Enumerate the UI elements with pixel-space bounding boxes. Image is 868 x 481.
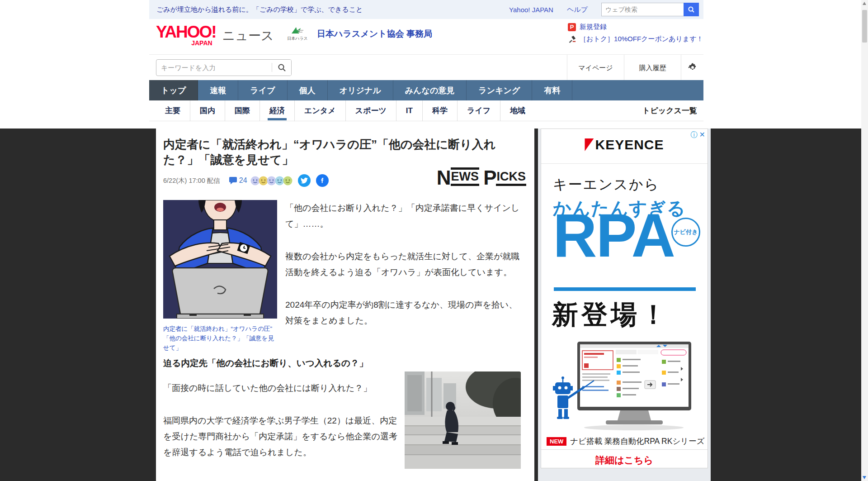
nav-tab-personal[interactable]: 個人 bbox=[288, 80, 328, 100]
figure-caption-link[interactable]: 内定者に「就活終われ」“オワハラの圧”「他の会社に断り入れた？」「誠意を見せて」 bbox=[163, 324, 277, 352]
ad-divider bbox=[541, 449, 708, 450]
ad-cta-link[interactable]: 詳細はこちら bbox=[541, 454, 708, 467]
photo-man-on-steps bbox=[405, 371, 521, 469]
paypay-icon: P bbox=[568, 23, 576, 31]
ad-monitor-graphic bbox=[552, 341, 697, 433]
article-title: 内定者に「就活終われ」“オワハラの圧”「他の会社に断り入れた？」「誠意を見せて」 bbox=[163, 137, 508, 167]
gavel-icon bbox=[568, 35, 576, 43]
nav-tab-live[interactable]: ライブ bbox=[238, 80, 287, 100]
comment-count-link[interactable]: 24 bbox=[228, 176, 247, 185]
reaction-faces[interactable] bbox=[252, 176, 292, 186]
gear-icon bbox=[688, 62, 698, 72]
article-body-lower: 迫る内定先「他の会社にお断り、いつ入れるの？」 「面接の時に話していた他の会社に… bbox=[163, 357, 527, 460]
product-name: ナビ搭載 業務自動化RPA RKシリーズ bbox=[570, 436, 704, 447]
web-search-input[interactable] bbox=[601, 3, 684, 16]
paragraph: 「面接の時に話していた他の会社には断り入れた？」 bbox=[163, 380, 406, 396]
ad-column: ⓘ ✕ KEYENCE キーエンスから かんたんすぎる RPA ナビ付き 新登場… bbox=[538, 129, 711, 481]
topbar: ごみが埋立地から溢れる前に。「ごみの学校」で学ぶ、できること Yahoo! JA… bbox=[149, 0, 703, 19]
nav-tab-paid[interactable]: 有料 bbox=[532, 80, 572, 100]
category-economy[interactable]: 経済 bbox=[259, 100, 294, 121]
twitter-share-button[interactable] bbox=[298, 174, 311, 187]
category-entertainment[interactable]: エンタメ bbox=[294, 100, 345, 121]
yahoo-news-page: ごみが埋立地から溢れる前に。「ごみの学校」で学ぶ、できること Yahoo! JA… bbox=[0, 0, 868, 481]
topics-list-link[interactable]: トピックス一覧 bbox=[642, 105, 697, 116]
main-zone: 内定者に「就活終われ」“オワハラの圧”「他の会社に断り入れた？」「誠意を見せて」… bbox=[0, 129, 861, 481]
article-photo bbox=[405, 371, 521, 469]
category-main[interactable]: 主要 bbox=[156, 100, 190, 121]
category-sports[interactable]: スポーツ bbox=[345, 100, 396, 121]
sponsor-ad-link[interactable]: 日本ハラス 日本ハラスメント協会 事務局 bbox=[283, 26, 432, 42]
help-link[interactable]: ヘルプ bbox=[567, 5, 588, 14]
paragraph: 2024年卒の内定率が約8割に達するなか、現場の声を拾い、対策をまとめました。 bbox=[285, 297, 523, 329]
nav-tab-ranking[interactable]: ランキング bbox=[467, 80, 532, 100]
facebook-share-button[interactable] bbox=[316, 174, 329, 187]
ad-product-line: NEW ナビ搭載 業務自動化RPA RKシリーズ bbox=[547, 436, 705, 447]
newspicks-n: N bbox=[437, 170, 451, 186]
keyword-search-input[interactable] bbox=[156, 64, 272, 71]
keyword-search-button[interactable] bbox=[272, 60, 291, 76]
yahoo-japan-link[interactable]: Yahoo! JAPAN bbox=[509, 6, 553, 14]
yahoo-logo-text: YAHOO! bbox=[156, 24, 216, 40]
header-links: P 新規登録 ［おトク］10%OFFクーポンあります！ bbox=[568, 23, 703, 47]
web-search-button[interactable] bbox=[684, 3, 699, 16]
yahoo-logo-block: YAHOO! JAPAN bbox=[156, 24, 216, 47]
category-region[interactable]: 地域 bbox=[500, 100, 535, 121]
section-heading: 迫る内定先「他の会社にお断り、いつ入れるの？」 bbox=[163, 357, 527, 369]
scrollbar[interactable] bbox=[861, 0, 868, 481]
scroll-up-arrow[interactable] bbox=[863, 2, 866, 5]
new-badge: NEW bbox=[547, 437, 566, 446]
ad-underline-bar bbox=[554, 287, 696, 291]
search-icon bbox=[688, 6, 695, 13]
comment-count: 24 bbox=[239, 176, 247, 185]
category-science[interactable]: 科学 bbox=[422, 100, 457, 121]
keyence-logo-mark bbox=[585, 138, 594, 151]
monitor-robot-illustration bbox=[552, 341, 697, 431]
purchase-history-link[interactable]: 購入履歴 bbox=[624, 55, 681, 81]
facebook-icon bbox=[319, 177, 326, 184]
publish-date: 6/22(木) 17:00 配信 bbox=[163, 176, 220, 185]
keyence-logo-text: KEYENCE bbox=[595, 137, 664, 152]
coupon-label: ［おトク］10%OFFクーポンあります！ bbox=[580, 35, 703, 43]
nav-tab-top[interactable]: トップ bbox=[149, 80, 198, 100]
category-life[interactable]: ライフ bbox=[457, 100, 500, 121]
scrollbar-thumb[interactable] bbox=[862, 10, 867, 43]
signup-link[interactable]: P 新規登録 bbox=[568, 23, 703, 31]
sponsor-logo-caption: 日本ハラス bbox=[287, 36, 308, 42]
category-it[interactable]: IT bbox=[396, 100, 422, 121]
ad-rpa-text: RPA bbox=[553, 205, 675, 266]
keyword-search-box bbox=[156, 59, 292, 76]
scroll-down-arrow[interactable] bbox=[863, 476, 866, 479]
category-list: 主要 国内 国際 経済 エンタメ スポーツ IT 科学 ライフ 地域 bbox=[156, 100, 535, 121]
newspicks-logo[interactable]: N EWS P ICKS bbox=[437, 167, 526, 186]
keyence-logo: KEYENCE bbox=[541, 137, 708, 152]
sponsor-logo: 日本ハラス bbox=[283, 26, 311, 42]
category-nav: 主要 国内 国際 経済 エンタメ スポーツ IT 科学 ライフ 地域 トピックス… bbox=[149, 100, 703, 121]
mypage-link[interactable]: マイページ bbox=[567, 55, 624, 81]
comment-bubble-icon bbox=[228, 176, 237, 185]
keyence-ad[interactable]: ⓘ ✕ KEYENCE キーエンスから かんたんすぎる RPA ナビ付き 新登場… bbox=[541, 129, 708, 468]
ad-headline-1: キーエンスから bbox=[553, 175, 659, 194]
settings-button[interactable] bbox=[681, 55, 703, 81]
paragraph: 福岡県内の大学で経済学を学ぶ男子学生（22）は最近、内定を受けた専門商社から「内… bbox=[163, 413, 406, 460]
signup-label: 新規登録 bbox=[580, 23, 607, 31]
twitter-icon bbox=[301, 177, 308, 184]
coupon-link[interactable]: ［おトク］10%OFFクーポンあります！ bbox=[568, 35, 703, 43]
nav-tab-original[interactable]: オリジナル bbox=[328, 80, 393, 100]
nav-tab-flash[interactable]: 速報 bbox=[198, 80, 238, 100]
reaction-face-icon bbox=[283, 176, 292, 186]
sponsor-name: 日本ハラスメント協会 事務局 bbox=[317, 28, 432, 40]
main-nav: トップ 速報 ライブ 個人 オリジナル みんなの意見 ランキング 有料 bbox=[149, 80, 703, 100]
article-body-top: 内定者に「就活終われ」“オワハラの圧”「他の会社に断り入れた？」「誠意を見せて」… bbox=[163, 200, 527, 352]
category-world[interactable]: 国際 bbox=[225, 100, 259, 121]
yahoo-news-logo[interactable]: YAHOO! JAPAN ニュース bbox=[156, 24, 274, 47]
newspicks-p: P bbox=[483, 170, 496, 186]
ad-headline-3: 新登場！ bbox=[552, 297, 670, 333]
article-text-column: 「他の会社にお断り入れた？」「内定承諾書に早くサインして」……。 複数の会社から… bbox=[285, 200, 523, 352]
paragraph: 「他の会社にお断り入れた？」「内定承諾書に早くサインして」……。 bbox=[285, 200, 523, 232]
topbar-promo-link[interactable]: ごみが埋立地から溢れる前に。「ごみの学校」で学ぶ、できること bbox=[156, 5, 363, 14]
category-domestic[interactable]: 国内 bbox=[190, 100, 225, 121]
article-figure: 内定者に「就活終われ」“オワハラの圧”「他の会社に断り入れた？」「誠意を見せて」 bbox=[163, 200, 277, 352]
newspicks-ews: EWS bbox=[451, 167, 480, 186]
nav-tab-opinions[interactable]: みんなの意見 bbox=[393, 80, 467, 100]
news-service-label: ニュース bbox=[222, 27, 274, 44]
